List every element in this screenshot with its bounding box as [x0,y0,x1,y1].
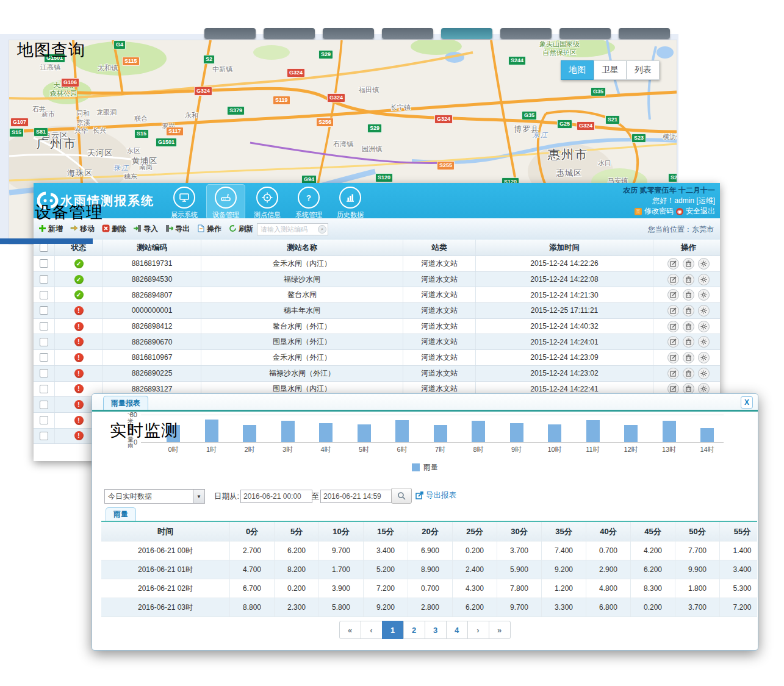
delete-row-icon[interactable] [683,321,694,332]
search-icon[interactable]: ⌕ [318,225,326,234]
delete-row-icon[interactable] [683,258,694,270]
row-checkbox[interactable] [40,432,48,440]
station-table-row[interactable]: !0000000001穗丰年水闸河道水文站2015-12-25 17:11:21 [34,303,720,319]
toolbar-button-导出[interactable]: 导出 [165,224,190,234]
delete-row-icon[interactable] [683,289,694,301]
browser-tab[interactable] [441,28,492,39]
station-table-row[interactable]: !8826890225福禄沙水闸（外江）河道水文站2015-12-24 14:2… [34,366,720,382]
station-type-cell: 河道水文站 [403,272,476,287]
map-district-label: 惠城区 [556,168,582,179]
station-table-row[interactable]: ✓8816819731金禾水闸（内江）河道水文站2015-12-24 14:22… [34,256,720,272]
export-report-link[interactable]: 导出报表 [415,490,456,501]
page-button-3[interactable]: 3 [425,621,447,639]
change-password-link[interactable]: 修改密码 [644,206,674,216]
settings-icon[interactable] [698,321,710,332]
map-view-button-卫星[interactable]: 卫星 [594,60,627,80]
browser-tab[interactable] [500,28,552,39]
row-checkbox[interactable] [40,385,48,393]
row-checkbox[interactable] [40,416,48,424]
row-checkbox[interactable] [40,353,48,362]
station-table-row[interactable]: !8816810967金禾水闸（外江）河道水文站2015-12-24 14:23… [34,350,720,366]
browser-tab[interactable] [323,28,374,39]
row-checkbox[interactable] [40,306,48,315]
date-to-input[interactable] [320,490,392,503]
settings-icon[interactable] [698,289,710,301]
edit-icon[interactable] [667,258,679,270]
row-checkbox[interactable] [40,275,48,284]
map-view-button-地图[interactable]: 地图 [561,60,594,80]
settings-icon[interactable] [698,305,710,316]
page-nav-button[interactable]: » [489,621,511,639]
station-table-row[interactable]: ✓8826894807鳌台水闸河道水文站2015-12-24 14:21:30 [34,287,720,303]
toolbar-button-操作[interactable]: 操作 [197,224,221,234]
delete-row-icon[interactable] [683,368,694,379]
close-icon[interactable]: X [741,396,753,409]
page-nav-button[interactable]: ‹ [361,621,383,639]
browser-tab[interactable] [619,28,670,39]
row-checkbox[interactable] [40,259,48,268]
settings-icon[interactable] [698,336,710,348]
row-checkbox[interactable] [40,322,48,330]
settings-icon[interactable] [698,274,710,285]
delete-row-icon[interactable] [683,352,694,363]
chevron-down-icon[interactable]: ▼ [193,490,204,503]
page-nav-button[interactable]: « [339,621,361,639]
map-view-button-列表[interactable]: 列表 [627,60,660,80]
toolbar-button-新增[interactable]: 新增 [38,224,63,234]
select-all-checkbox[interactable] [40,243,48,252]
logout-link[interactable]: 安全退出 [686,206,715,216]
toolbar-button-刷新[interactable]: 刷新 [229,224,253,234]
edit-icon[interactable] [667,274,679,285]
data-mode-select[interactable]: 今日实时数据 ▼ [104,489,205,504]
edit-icon[interactable] [667,289,679,301]
settings-icon[interactable] [698,352,710,363]
page-button-1[interactable]: 1 [382,621,404,639]
x-tick-label: 1时 [198,445,225,454]
edit-icon[interactable] [667,368,679,379]
delete-row-icon[interactable] [683,305,694,316]
date-from-label: 日期从: [214,491,239,502]
settings-icon[interactable] [698,258,710,270]
browser-tab[interactable] [382,28,433,39]
lunar-date: 农历 贰零壹伍年 十二月十一 [623,185,715,196]
refresh-icon [229,224,237,234]
edit-icon[interactable] [667,352,679,363]
date-from-input[interactable] [240,490,312,503]
row-checkbox[interactable] [40,338,48,346]
x-tick-label: 4时 [312,445,339,454]
toolbar-button-移动[interactable]: 移动 [70,224,95,234]
nav-item-系统管理[interactable]: ?系统管理 [289,184,328,220]
browser-tab[interactable] [559,28,611,39]
station-column-header: 添加时间 [476,240,653,255]
edit-icon[interactable] [667,305,679,316]
map-town-label: 园洲镇 [362,145,382,154]
row-checkbox[interactable] [40,401,48,409]
station-table-row[interactable]: ✓8826894530福绿沙水闸河道水文站2015-12-24 14:22:08 [34,272,720,288]
edit-icon[interactable] [667,321,679,332]
user-greeting: 您好！admin [运维] [623,196,715,206]
edit-icon[interactable] [667,336,679,348]
page-nav-button[interactable]: › [467,621,489,639]
page-button-4[interactable]: 4 [446,621,468,639]
delete-row-icon[interactable] [683,336,694,348]
row-checkbox[interactable] [40,369,48,377]
station-table-row[interactable]: !8826890670围垦水闸（外江）河道水文站2015-12-24 14:24… [34,334,720,350]
settings-icon[interactable] [698,368,710,379]
page-button-2[interactable]: 2 [403,621,425,639]
browser-tab[interactable] [264,28,315,39]
toolbar-button-导入[interactable]: 导入 [134,224,158,234]
map-town-label: 中新镇 [212,65,232,74]
nav-item-历史数据[interactable]: 历史数据 [331,184,370,220]
nav-item-展示系统[interactable]: 展示系统 [165,184,204,220]
tab-rain-report[interactable]: 雨量报表 [103,396,148,410]
nav-item-设备管理[interactable]: 设备管理 [206,184,245,220]
toolbar-button-删除[interactable]: 删除 [102,224,126,234]
tab-rain[interactable]: 雨量 [106,507,136,521]
station-type-cell: 河道水文站 [403,319,476,334]
nav-item-测点信息[interactable]: 测点信息 [248,184,287,220]
delete-row-icon[interactable] [683,274,694,285]
station-table-row[interactable]: !8826898412鳌台水闸（外江）河道水文站2015-12-24 14:40… [34,319,720,335]
browser-tab[interactable] [204,28,256,39]
row-checkbox[interactable] [40,291,48,299]
query-button[interactable] [391,488,412,504]
